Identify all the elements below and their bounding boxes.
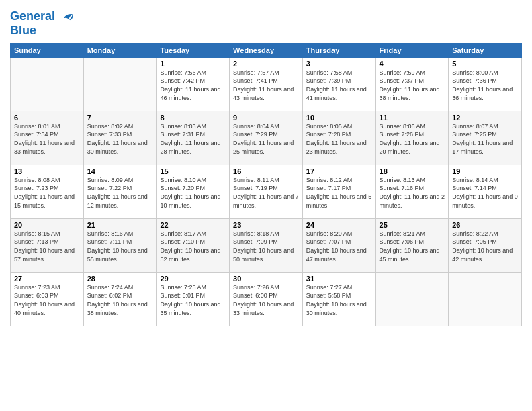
day-number: 28 — [87, 275, 153, 283]
calendar-cell — [449, 272, 522, 326]
day-info: Sunrise: 8:12 AM Sunset: 7:17 PM Dayligh… — [306, 176, 372, 210]
calendar-cell: 18Sunrise: 8:13 AM Sunset: 7:16 PM Dayli… — [375, 165, 449, 218]
calendar-cell: 25Sunrise: 8:21 AM Sunset: 7:06 PM Dayli… — [375, 218, 449, 272]
day-info: Sunrise: 8:18 AM Sunset: 7:09 PM Dayligh… — [233, 230, 299, 263]
day-number: 7 — [87, 113, 153, 122]
calendar-cell: 2Sunrise: 7:57 AM Sunset: 7:41 PM Daylig… — [230, 57, 303, 111]
calendar-cell — [83, 57, 157, 111]
calendar-cell: 31Sunrise: 7:27 AM Sunset: 5:58 PM Dayli… — [302, 272, 375, 326]
logo-bird-icon — [60, 9, 75, 24]
day-number: 18 — [380, 167, 445, 175]
header: General Blue — [10, 7, 522, 38]
calendar-cell: 28Sunrise: 7:24 AM Sunset: 6:02 PM Dayli… — [83, 272, 157, 326]
day-number: 11 — [380, 113, 445, 122]
day-info: Sunrise: 7:24 AM Sunset: 6:02 PM Dayligh… — [87, 283, 153, 317]
calendar-cell: 13Sunrise: 8:08 AM Sunset: 7:23 PM Dayli… — [11, 165, 84, 218]
day-info: Sunrise: 7:59 AM Sunset: 7:37 PM Dayligh… — [380, 68, 445, 102]
day-info: Sunrise: 8:08 AM Sunset: 7:23 PM Dayligh… — [14, 176, 80, 210]
day-info: Sunrise: 8:13 AM Sunset: 7:16 PM Dayligh… — [380, 176, 445, 210]
day-number: 19 — [452, 167, 518, 175]
weekday-header-friday: Friday — [375, 43, 449, 57]
day-number: 31 — [306, 275, 372, 283]
day-number: 21 — [87, 221, 153, 229]
weekday-header-wednesday: Wednesday — [230, 43, 303, 57]
day-info: Sunrise: 8:17 AM Sunset: 7:10 PM Dayligh… — [160, 230, 226, 263]
calendar-cell: 29Sunrise: 7:25 AM Sunset: 6:01 PM Dayli… — [157, 272, 230, 326]
day-number: 14 — [87, 167, 153, 175]
day-info: Sunrise: 8:02 AM Sunset: 7:33 PM Dayligh… — [87, 122, 153, 156]
day-number: 10 — [306, 113, 372, 122]
logo: General Blue — [10, 9, 75, 38]
day-number: 15 — [160, 167, 226, 175]
day-info: Sunrise: 7:56 AM Sunset: 7:42 PM Dayligh… — [160, 68, 226, 102]
calendar-cell: 10Sunrise: 8:05 AM Sunset: 7:28 PM Dayli… — [302, 111, 375, 165]
day-number: 24 — [306, 221, 372, 229]
day-info: Sunrise: 8:06 AM Sunset: 7:26 PM Dayligh… — [380, 122, 445, 156]
weekday-header-monday: Monday — [83, 43, 157, 57]
day-info: Sunrise: 8:10 AM Sunset: 7:20 PM Dayligh… — [160, 176, 226, 210]
day-info: Sunrise: 7:23 AM Sunset: 6:03 PM Dayligh… — [14, 283, 80, 317]
calendar-week-3: 13Sunrise: 8:08 AM Sunset: 7:23 PM Dayli… — [11, 165, 522, 218]
calendar-cell: 14Sunrise: 8:09 AM Sunset: 7:22 PM Dayli… — [83, 165, 157, 218]
calendar-week-4: 20Sunrise: 8:15 AM Sunset: 7:13 PM Dayli… — [11, 218, 522, 272]
day-number: 3 — [306, 60, 372, 68]
logo-blue: Blue — [10, 24, 75, 38]
weekday-header-saturday: Saturday — [449, 43, 522, 57]
day-info: Sunrise: 8:07 AM Sunset: 7:25 PM Dayligh… — [452, 122, 518, 156]
day-info: Sunrise: 8:09 AM Sunset: 7:22 PM Dayligh… — [87, 176, 153, 210]
day-number: 4 — [380, 60, 445, 68]
day-info: Sunrise: 7:27 AM Sunset: 5:58 PM Dayligh… — [306, 283, 372, 317]
calendar-cell: 3Sunrise: 7:58 AM Sunset: 7:39 PM Daylig… — [302, 57, 375, 111]
day-number: 1 — [160, 60, 226, 68]
day-info: Sunrise: 8:11 AM Sunset: 7:19 PM Dayligh… — [233, 176, 299, 210]
calendar-cell: 7Sunrise: 8:02 AM Sunset: 7:33 PM Daylig… — [83, 111, 157, 165]
day-info: Sunrise: 8:16 AM Sunset: 7:11 PM Dayligh… — [87, 230, 153, 263]
calendar-cell: 16Sunrise: 8:11 AM Sunset: 7:19 PM Dayli… — [230, 165, 303, 218]
day-number: 26 — [452, 221, 518, 229]
calendar-cell — [375, 272, 449, 326]
calendar-cell: 8Sunrise: 8:03 AM Sunset: 7:31 PM Daylig… — [157, 111, 230, 165]
calendar-cell: 23Sunrise: 8:18 AM Sunset: 7:09 PM Dayli… — [230, 218, 303, 272]
day-number: 12 — [452, 113, 518, 122]
day-info: Sunrise: 8:05 AM Sunset: 7:28 PM Dayligh… — [306, 122, 372, 156]
day-info: Sunrise: 7:57 AM Sunset: 7:41 PM Dayligh… — [233, 68, 299, 102]
calendar-cell: 24Sunrise: 8:20 AM Sunset: 7:07 PM Dayli… — [302, 218, 375, 272]
calendar-cell: 27Sunrise: 7:23 AM Sunset: 6:03 PM Dayli… — [11, 272, 84, 326]
calendar-cell: 19Sunrise: 8:14 AM Sunset: 7:14 PM Dayli… — [449, 165, 522, 218]
day-info: Sunrise: 7:26 AM Sunset: 6:00 PM Dayligh… — [233, 283, 299, 317]
calendar-cell: 11Sunrise: 8:06 AM Sunset: 7:26 PM Dayli… — [375, 111, 449, 165]
day-number: 13 — [14, 167, 80, 175]
day-number: 17 — [306, 167, 372, 175]
day-number: 5 — [452, 60, 518, 68]
weekday-header-tuesday: Tuesday — [157, 43, 230, 57]
day-info: Sunrise: 8:21 AM Sunset: 7:06 PM Dayligh… — [380, 230, 445, 263]
day-info: Sunrise: 8:20 AM Sunset: 7:07 PM Dayligh… — [306, 230, 372, 263]
day-info: Sunrise: 8:04 AM Sunset: 7:29 PM Dayligh… — [233, 122, 299, 156]
day-number: 16 — [233, 167, 299, 175]
day-number: 2 — [233, 60, 299, 68]
day-info: Sunrise: 8:15 AM Sunset: 7:13 PM Dayligh… — [14, 230, 80, 263]
day-number: 9 — [233, 113, 299, 122]
day-info: Sunrise: 8:01 AM Sunset: 7:34 PM Dayligh… — [14, 122, 80, 156]
calendar-cell: 6Sunrise: 8:01 AM Sunset: 7:34 PM Daylig… — [11, 111, 84, 165]
logo-general: General — [10, 9, 55, 23]
calendar-cell: 26Sunrise: 8:22 AM Sunset: 7:05 PM Dayli… — [449, 218, 522, 272]
day-number: 29 — [160, 275, 226, 283]
calendar-cell: 9Sunrise: 8:04 AM Sunset: 7:29 PM Daylig… — [230, 111, 303, 165]
day-info: Sunrise: 8:03 AM Sunset: 7:31 PM Dayligh… — [160, 122, 226, 156]
calendar-cell: 4Sunrise: 7:59 AM Sunset: 7:37 PM Daylig… — [375, 57, 449, 111]
day-number: 20 — [14, 221, 80, 229]
calendar-cell: 21Sunrise: 8:16 AM Sunset: 7:11 PM Dayli… — [83, 218, 157, 272]
calendar-cell: 22Sunrise: 8:17 AM Sunset: 7:10 PM Dayli… — [157, 218, 230, 272]
day-info: Sunrise: 8:22 AM Sunset: 7:05 PM Dayligh… — [452, 230, 518, 263]
calendar-table: SundayMondayTuesdayWednesdayThursdayFrid… — [10, 43, 522, 326]
day-info: Sunrise: 8:14 AM Sunset: 7:14 PM Dayligh… — [452, 176, 518, 210]
day-number: 6 — [14, 113, 80, 122]
calendar-week-5: 27Sunrise: 7:23 AM Sunset: 6:03 PM Dayli… — [11, 272, 522, 326]
day-number: 8 — [160, 113, 226, 122]
day-info: Sunrise: 7:58 AM Sunset: 7:39 PM Dayligh… — [306, 68, 372, 102]
weekday-header-row: SundayMondayTuesdayWednesdayThursdayFrid… — [11, 43, 522, 57]
day-number: 25 — [380, 221, 445, 229]
calendar-cell: 17Sunrise: 8:12 AM Sunset: 7:17 PM Dayli… — [302, 165, 375, 218]
calendar-cell: 30Sunrise: 7:26 AM Sunset: 6:00 PM Dayli… — [230, 272, 303, 326]
